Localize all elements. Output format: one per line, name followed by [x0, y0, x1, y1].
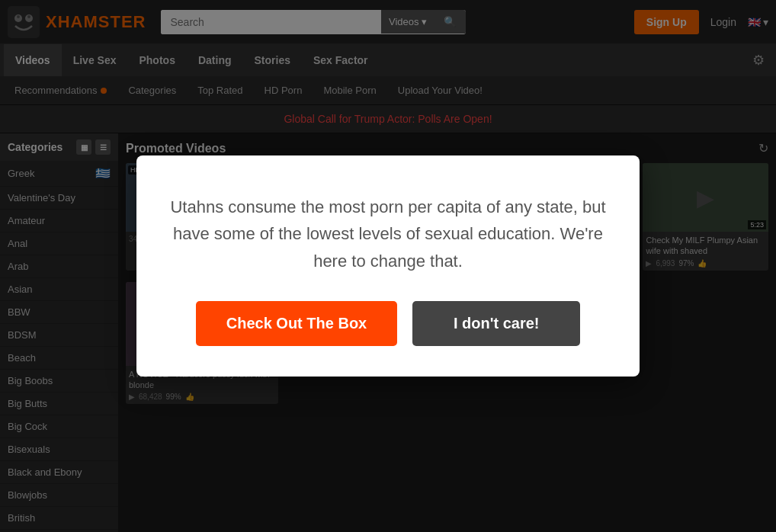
modal-dialog: Utahns consume the most porn per capita … [136, 155, 640, 377]
checkout-box-button[interactable]: Check Out The Box [196, 301, 397, 346]
modal-text: Utahns consume the most porn per capita … [167, 194, 609, 274]
modal-buttons: Check Out The Box I don't care! [167, 301, 609, 346]
modal-overlay: Utahns consume the most porn per capita … [0, 0, 776, 532]
dont-care-button[interactable]: I don't care! [412, 301, 580, 346]
